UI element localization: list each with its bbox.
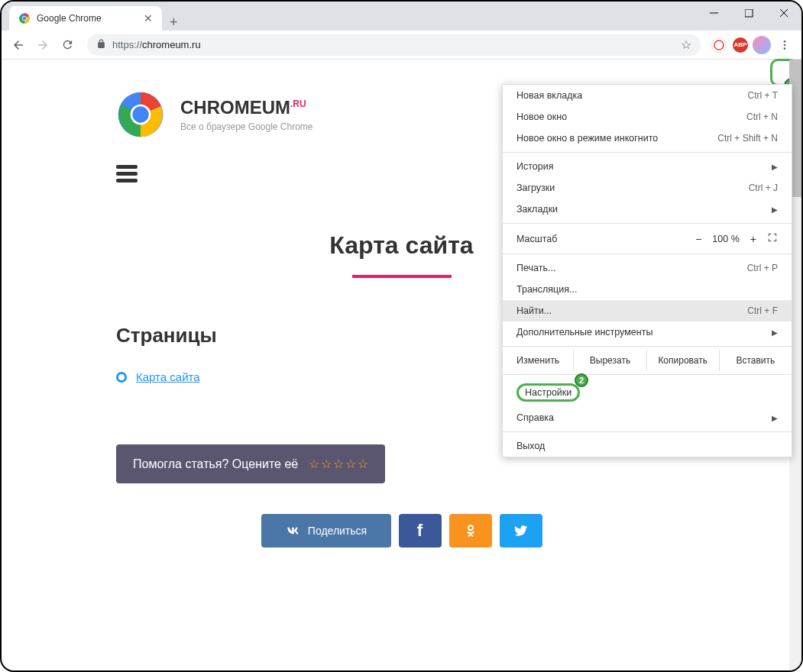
new-tab-button[interactable]: + [162, 15, 186, 31]
menu-history[interactable]: История▶ [503, 156, 792, 177]
share-vk-button[interactable]: Поделиться [261, 514, 391, 548]
profile-avatar[interactable] [753, 36, 771, 54]
menu-new-tab[interactable]: Новая вкладкаCtrl + T [503, 85, 792, 106]
lock-icon [96, 38, 106, 52]
share-facebook-button[interactable]: f [399, 514, 442, 548]
chrome-logo-icon [116, 90, 165, 139]
menu-exit[interactable]: Выход [503, 435, 792, 457]
address-bar[interactable]: https://chromeum.ru ☆ [87, 34, 701, 56]
svg-point-11 [784, 47, 786, 50]
zoom-value: 100 % [712, 234, 739, 244]
star-icon[interactable]: ☆ [309, 457, 319, 471]
annotation-badge-2: 2 [575, 373, 588, 387]
brand-name: CHROMEUM.RU [180, 97, 313, 118]
menu-paste[interactable]: Вставить [719, 350, 792, 371]
chevron-right-icon: ▶ [772, 328, 778, 337]
menu-print[interactable]: Печать...Ctrl + P [503, 257, 792, 279]
reload-button[interactable] [57, 34, 78, 56]
menu-bookmarks[interactable]: Закладки▶ [503, 199, 792, 220]
star-icon[interactable]: ☆ [333, 457, 344, 471]
svg-point-8 [714, 40, 724, 50]
chrome-main-menu: Новая вкладкаCtrl + T Новое окноCtrl + N… [502, 84, 792, 457]
annotation-highlight-2: Настройки [516, 383, 580, 402]
window-controls [696, 2, 801, 24]
menu-settings[interactable]: Настройки 2 [503, 378, 792, 407]
svg-point-14 [132, 106, 148, 122]
star-icon[interactable]: ☆ [345, 457, 356, 471]
title-underline [352, 275, 452, 278]
chrome-menu-button[interactable] [774, 34, 795, 56]
svg-point-9 [784, 40, 786, 43]
menu-cast[interactable]: Трансляция... [503, 279, 792, 300]
menu-more-tools[interactable]: Дополнительные инструменты▶ [503, 321, 792, 343]
url-text: https://chromeum.ru [112, 39, 675, 50]
back-button[interactable] [8, 34, 29, 56]
share-ok-button[interactable] [449, 514, 492, 548]
zoom-out-button[interactable]: − [695, 233, 701, 245]
close-button[interactable] [766, 2, 801, 24]
share-twitter-button[interactable] [500, 514, 542, 548]
fullscreen-icon[interactable] [767, 232, 778, 245]
star-icon[interactable]: ☆ [321, 457, 332, 471]
menu-zoom: Масштаб − 100 % + [503, 227, 792, 250]
rating-box[interactable]: Помогла статья? Оцените её ☆ ☆ ☆ ☆ ☆ [116, 444, 385, 483]
svg-point-15 [468, 525, 473, 530]
svg-rect-5 [745, 9, 753, 17]
menu-new-window[interactable]: Новое окноCtrl + N [503, 106, 792, 128]
hamburger-menu-icon[interactable] [116, 162, 138, 186]
menu-edit-row: Изменить Вырезать Копировать Вставить [503, 350, 792, 371]
menu-help[interactable]: Справка▶ [503, 407, 792, 428]
zoom-in-button[interactable]: + [750, 233, 756, 245]
chevron-right-icon: ▶ [772, 205, 778, 214]
abp-extension-icon[interactable]: ABP [733, 37, 748, 53]
menu-cut[interactable]: Вырезать [573, 350, 646, 371]
bookmark-star-icon[interactable]: ☆ [681, 37, 691, 52]
bullet-icon [116, 372, 127, 383]
minimize-button[interactable] [696, 2, 731, 24]
titlebar: Google Chrome ✕ + [2, 2, 801, 31]
menu-incognito[interactable]: Новое окно в режиме инкогнитоCtrl + Shif… [503, 128, 792, 149]
maximize-button[interactable] [731, 2, 766, 24]
chrome-favicon-icon [18, 12, 31, 24]
svg-point-3 [23, 17, 27, 21]
tab-close-icon[interactable]: ✕ [144, 12, 153, 24]
rating-stars[interactable]: ☆ ☆ ☆ ☆ ☆ [309, 457, 368, 471]
rating-text: Помогла статья? Оцените её [133, 457, 298, 471]
social-share-row: Поделиться f [116, 514, 687, 548]
toolbar: https://chromeum.ru ☆ ABP [2, 31, 801, 60]
sitemap-link[interactable]: Карта сайта [136, 370, 200, 383]
tab-title: Google Chrome [37, 13, 138, 24]
svg-point-10 [784, 44, 786, 46]
tagline: Все о браузере Google Chrome [180, 121, 313, 132]
menu-find[interactable]: Найти...Ctrl + F [503, 300, 792, 321]
chevron-right-icon: ▶ [772, 163, 778, 171]
browser-tab[interactable]: Google Chrome ✕ [9, 6, 162, 31]
star-icon[interactable]: ☆ [358, 457, 368, 471]
forward-button[interactable] [32, 34, 53, 56]
menu-downloads[interactable]: ЗагрузкиCtrl + J [503, 177, 792, 199]
yandex-extension-icon[interactable] [711, 37, 727, 53]
chevron-right-icon: ▶ [772, 414, 778, 422]
menu-copy[interactable]: Копировать [646, 350, 719, 371]
